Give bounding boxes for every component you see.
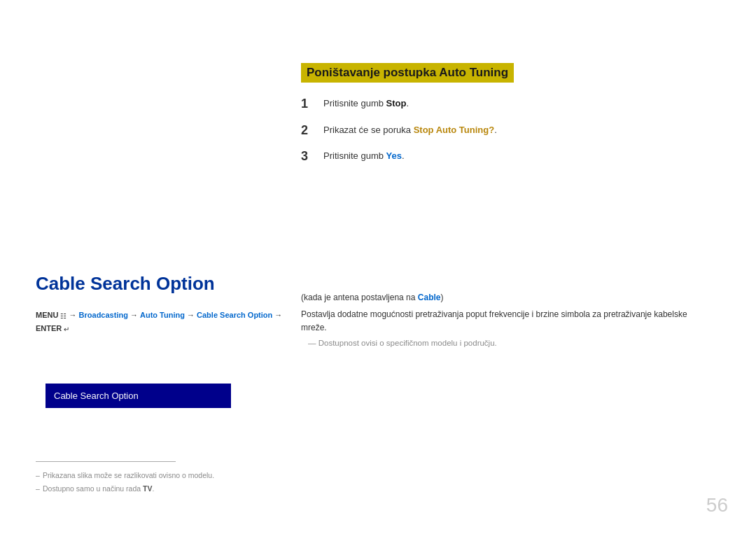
footer-note-1-text: Prikazana slika može se razlikovati ovis… bbox=[43, 471, 214, 479]
menu-label: MENU bbox=[36, 311, 60, 319]
arrow-2: → bbox=[130, 311, 140, 319]
step-number-3: 3 bbox=[301, 149, 321, 164]
arrow-3: → bbox=[187, 311, 197, 319]
page-container: Poništavanje postupka Auto Tuning 1 Prit… bbox=[0, 0, 756, 534]
step-number-2: 2 bbox=[301, 123, 321, 139]
availability-note: Dostupnost ovisi o specifičnom modelu i … bbox=[308, 339, 714, 347]
top-right-section: Poništavanje postupka Auto Tuning 1 Prit… bbox=[301, 63, 714, 176]
step-1: 1 Pritisnite gumb Stop. bbox=[301, 97, 714, 112]
footer-note-2: Dostupno samo u načinu rada TV. bbox=[36, 482, 316, 496]
step-3: 3 Pritisnite gumb Yes. bbox=[301, 149, 714, 164]
step-text-1: Pritisnite gumb Stop. bbox=[323, 97, 409, 111]
footer-note-2-bold: TV bbox=[143, 484, 152, 493]
page-number: 56 bbox=[706, 494, 728, 517]
footer-section: Prikazana slika može se razlikovati ovis… bbox=[36, 461, 316, 496]
menu-icon: ☷ bbox=[60, 312, 66, 320]
arrow-4: → bbox=[274, 311, 282, 319]
cable-highlight: Cable bbox=[418, 293, 441, 302]
description-text: Postavlja dodatne mogućnosti pretraživan… bbox=[301, 308, 714, 335]
step-text-2: Prikazat će se poruka Stop Auto Tuning?. bbox=[323, 123, 497, 137]
right-description: (kada je antena postavljena na Cable) Po… bbox=[301, 293, 714, 347]
enter-icon: ↵ bbox=[64, 325, 69, 332]
step-text-3: Pritisnite gumb Yes. bbox=[323, 149, 405, 163]
enter-label: ENTER bbox=[36, 324, 64, 332]
cable-note: (kada je antena postavljena na Cable) bbox=[301, 293, 714, 302]
footer-notes: Prikazana slika može se razlikovati ovis… bbox=[36, 469, 316, 496]
menu-cable-search: Cable Search Option bbox=[197, 311, 272, 319]
footer-divider bbox=[36, 461, 176, 462]
step-2: 2 Prikazat će se poruka Stop Auto Tuning… bbox=[301, 123, 714, 139]
menu-auto-tuning: Auto Tuning bbox=[140, 311, 185, 319]
steps-list: 1 Pritisnite gumb Stop. 2 Prikazat će se… bbox=[301, 97, 714, 164]
menu-path: MENU ☷ → Broadcasting → Auto Tuning → Ca… bbox=[36, 309, 295, 335]
screenshot-box: Cable Search Option bbox=[46, 384, 231, 408]
left-section: Cable Search Option MENU ☷ → Broadcastin… bbox=[36, 273, 295, 335]
menu-broadcasting: Broadcasting bbox=[79, 311, 128, 319]
section-heading: Poništavanje postupka Auto Tuning bbox=[301, 63, 514, 83]
screenshot-box-text: Cable Search Option bbox=[54, 391, 139, 401]
arrow-1: → bbox=[69, 311, 79, 319]
step-number-1: 1 bbox=[301, 97, 321, 112]
footer-note-1: Prikazana slika može se razlikovati ovis… bbox=[36, 469, 316, 482]
section-title: Cable Search Option bbox=[36, 273, 295, 295]
